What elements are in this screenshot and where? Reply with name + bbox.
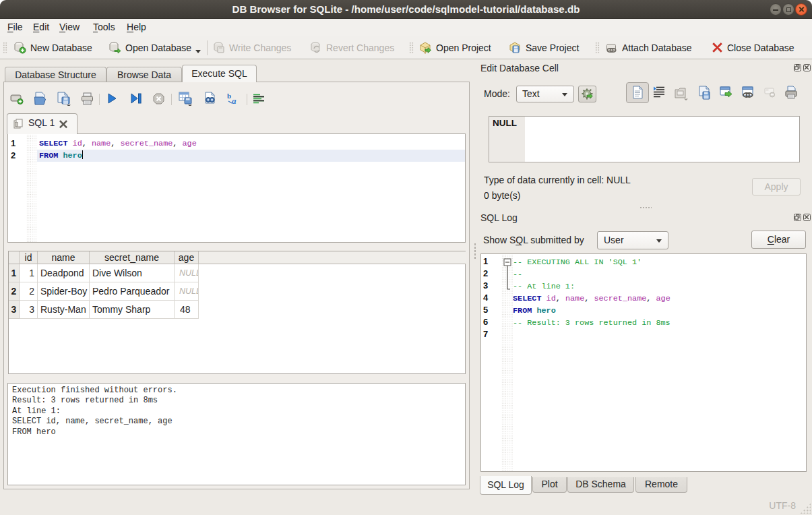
svg-text:b: b [227, 92, 231, 100]
svg-text:a: a [232, 96, 237, 105]
